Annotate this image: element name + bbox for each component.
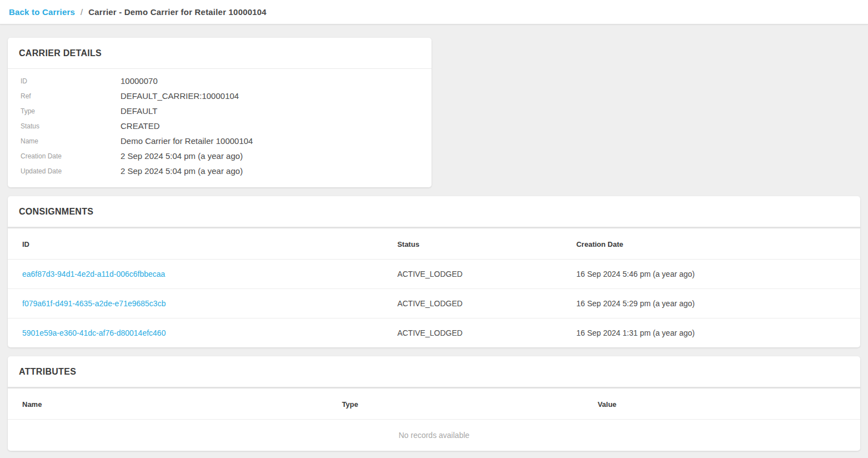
carrier-details-title: CARRIER DETAILS [19,48,420,58]
consignments-title: CONSIGNMENTS [19,207,849,217]
table-row: 5901e59a-e360-41dc-af76-d80014efc460 ACT… [8,318,860,348]
field-label: Type [21,107,121,115]
breadcrumb-separator: / [81,7,83,17]
empty-state-row: No records available [8,420,860,451]
column-header-type: Type [328,389,584,420]
field-label: Ref [21,92,121,100]
field-label: Updated Date [21,167,121,175]
column-header-status: Status [383,228,561,260]
consignment-id-link[interactable]: f079a61f-d491-4635-a2de-e71e9685c3cb [22,299,165,308]
column-header-creation-date: Creation Date [562,228,860,260]
field-value: 2 Sep 2024 5:04 pm (a year ago) [121,151,243,161]
field-label: Name [21,137,121,145]
table-row: ea6f87d3-94d1-4e2d-a11d-006c6fbbecaa ACT… [8,260,860,289]
attributes-table: Name Type Value No records available [8,389,860,451]
consignment-status: ACTIVE_LODGED [383,260,561,289]
page-content: CARRIER DETAILS ID 10000070 Ref DEFAULT_… [0,24,868,458]
no-records-message: No records available [8,420,860,451]
field-value: Demo Carrier for Retailer 10000104 [121,136,253,146]
field-row-ref: Ref DEFAULT_CARRIER:10000104 [21,88,420,103]
table-row: f079a61f-d491-4635-a2de-e71e9685c3cb ACT… [8,289,860,318]
field-label: ID [21,77,121,85]
consignment-creation-date: 16 Sep 2024 1:31 pm (a year ago) [562,318,860,348]
carrier-details-header: CARRIER DETAILS [8,38,432,68]
attributes-header: ATTRIBUTES [8,356,860,387]
field-value: DEFAULT [121,106,157,116]
back-to-carriers-link[interactable]: Back to Carriers [9,7,75,17]
field-row-id: ID 10000070 [21,73,420,88]
field-value: 10000070 [121,76,158,86]
carrier-details-body: ID 10000070 Ref DEFAULT_CARRIER:10000104… [8,69,432,187]
field-row-updated-date: Updated Date 2 Sep 2024 5:04 pm (a year … [21,163,420,178]
consignment-status: ACTIVE_LODGED [383,289,561,318]
column-header-id: ID [8,228,383,260]
attributes-section: ATTRIBUTES Name Type Value No records av… [8,356,860,451]
column-header-name: Name [8,389,328,420]
field-row-name: Name Demo Carrier for Retailer 10000104 [21,133,420,148]
page-title: Carrier - Demo Carrier for Retailer 1000… [88,7,267,17]
column-header-value: Value [583,389,860,420]
consignment-creation-date: 16 Sep 2024 5:29 pm (a year ago) [562,289,860,318]
field-value: DEFAULT_CARRIER:10000104 [121,91,239,101]
field-value: CREATED [121,121,160,131]
field-row-type: Type DEFAULT [21,103,420,118]
breadcrumb: Back to Carriers / Carrier - Demo Carrie… [0,0,868,24]
consignment-id-link[interactable]: 5901e59a-e360-41dc-af76-d80014efc460 [22,328,165,337]
carrier-details-card: CARRIER DETAILS ID 10000070 Ref DEFAULT_… [8,38,432,187]
consignments-table: ID Status Creation Date ea6f87d3-94d1-4e… [8,228,860,347]
table-header-row: Name Type Value [8,389,860,420]
consignment-creation-date: 16 Sep 2024 5:46 pm (a year ago) [562,260,860,289]
consignments-section: CONSIGNMENTS ID Status Creation Date ea6… [8,196,860,347]
field-label: Creation Date [21,152,121,160]
field-row-status: Status CREATED [21,118,420,133]
consignments-header: CONSIGNMENTS [8,196,860,227]
table-header-row: ID Status Creation Date [8,228,860,260]
field-row-creation-date: Creation Date 2 Sep 2024 5:04 pm (a year… [21,148,420,163]
consignment-id-link[interactable]: ea6f87d3-94d1-4e2d-a11d-006c6fbbecaa [22,270,165,278]
attributes-title: ATTRIBUTES [19,367,849,377]
field-value: 2 Sep 2024 5:04 pm (a year ago) [121,166,243,176]
field-label: Status [21,122,121,130]
consignment-status: ACTIVE_LODGED [383,318,561,348]
